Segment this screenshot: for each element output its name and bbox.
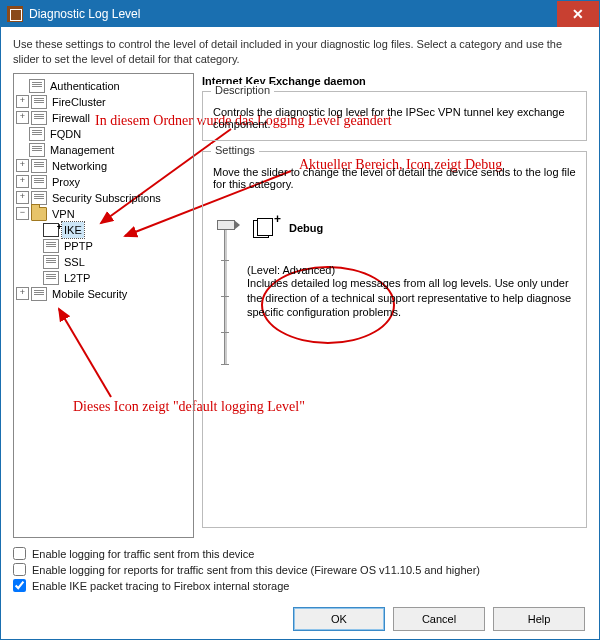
expand-icon[interactable]: + (16, 175, 29, 188)
level-caption: (Level: Advanced) (247, 264, 576, 276)
tree-item[interactable]: +Networking (16, 158, 191, 174)
page-icon (31, 191, 47, 205)
tree-item[interactable]: PPTP (30, 238, 191, 254)
app-icon (7, 6, 23, 22)
check-reports-logging[interactable]: Enable logging for reports for traffic s… (13, 563, 587, 576)
settings-group: Settings Move the slider to change the l… (202, 151, 587, 528)
page-icon (29, 79, 45, 93)
description-legend: Description (211, 84, 274, 96)
folder-icon (31, 207, 47, 221)
check-reports-logging-box[interactable] (13, 563, 26, 576)
tree-item[interactable]: Management (16, 142, 191, 158)
dialog-content: Use these settings to control the level … (1, 27, 599, 639)
tree-item-label: Authentication (48, 78, 122, 94)
close-button[interactable]: ✕ (557, 1, 599, 27)
tree-item[interactable]: SSL (30, 254, 191, 270)
tree-item-label: VPN (50, 206, 77, 222)
page-icon (31, 111, 47, 125)
tree-spacer (30, 240, 41, 251)
page-icon (43, 271, 59, 285)
tree-item-label: SSL (62, 254, 87, 270)
level-description: Includes detailed log messages from all … (247, 276, 576, 321)
debug-level-icon (43, 223, 59, 237)
tree-item-label: IKE (62, 222, 84, 238)
page-icon (43, 239, 59, 253)
tree-item-label: FireCluster (50, 94, 108, 110)
expand-icon[interactable]: + (16, 287, 29, 300)
page-icon (31, 175, 47, 189)
category-tree[interactable]: Authentication+FireCluster+FirewallFQDNM… (13, 73, 194, 538)
tree-item[interactable]: +Security Subscriptions (16, 190, 191, 206)
checkbox-group: Enable logging for traffic sent from thi… (13, 544, 587, 595)
expand-icon[interactable]: + (16, 191, 29, 204)
tree-spacer (30, 224, 41, 235)
detail-panel: Internet Key Exchange daemon Description… (202, 73, 587, 538)
window-title: Diagnostic Log Level (29, 7, 557, 21)
cancel-button[interactable]: Cancel (393, 607, 485, 631)
tree-spacer (16, 128, 27, 139)
settings-legend: Settings (211, 144, 259, 156)
tree-item[interactable]: +FireCluster (16, 94, 191, 110)
page-icon (31, 95, 47, 109)
check-ike-tracing[interactable]: Enable IKE packet tracing to Firebox int… (13, 579, 587, 592)
tree-item-label: PPTP (62, 238, 95, 254)
tree-item-label: Security Subscriptions (50, 190, 163, 206)
description-text: Controls the diagnostic log level for th… (213, 106, 576, 130)
tree-item[interactable]: IKE (30, 222, 191, 238)
button-bar: OK Cancel Help (13, 601, 587, 633)
level-name: Debug (289, 222, 323, 234)
dialog-window: In diesem Ordner wurde das Logging Level… (0, 0, 600, 640)
title-bar: Diagnostic Log Level ✕ (1, 1, 599, 27)
page-icon (43, 255, 59, 269)
tree-item-label: Networking (50, 158, 109, 174)
collapse-icon[interactable]: − (16, 207, 29, 220)
tree-item-label: FQDN (48, 126, 83, 142)
settings-message: Move the slider to change the level of d… (213, 166, 576, 190)
page-icon (29, 143, 45, 157)
page-icon (31, 287, 47, 301)
tree-spacer (16, 144, 27, 155)
tree-item[interactable]: L2TP (30, 270, 191, 286)
tree-item[interactable]: +Mobile Security (16, 286, 191, 302)
tree-item[interactable]: +Firewall (16, 110, 191, 126)
page-icon (29, 127, 45, 141)
tree-item-label: L2TP (62, 270, 92, 286)
tree-item-label: Management (48, 142, 116, 158)
tree-item-label: Firewall (50, 110, 92, 126)
expand-icon[interactable]: + (16, 95, 29, 108)
tree-item[interactable]: +Proxy (16, 174, 191, 190)
debug-icon: + (253, 218, 275, 238)
check-ike-tracing-box[interactable] (13, 579, 26, 592)
page-icon (31, 159, 47, 173)
tree-item[interactable]: Authentication (16, 78, 191, 94)
intro-text: Use these settings to control the level … (13, 37, 587, 67)
tree-item[interactable]: −VPN (16, 206, 191, 222)
check-traffic-logging-box[interactable] (13, 547, 26, 560)
description-group: Description Controls the diagnostic log … (202, 91, 587, 141)
tree-spacer (30, 256, 41, 267)
expand-icon[interactable]: + (16, 159, 29, 172)
tree-item-label: Proxy (50, 174, 82, 190)
tree-spacer (30, 272, 41, 283)
level-indicator: + Debug (253, 218, 576, 238)
close-icon: ✕ (572, 6, 584, 22)
tree-item[interactable]: FQDN (16, 126, 191, 142)
ok-button[interactable]: OK (293, 607, 385, 631)
expand-icon[interactable]: + (16, 111, 29, 124)
main-area: Authentication+FireCluster+FirewallFQDNM… (13, 73, 587, 538)
log-level-slider[interactable] (217, 218, 233, 368)
help-button[interactable]: Help (493, 607, 585, 631)
check-traffic-logging[interactable]: Enable logging for traffic sent from thi… (13, 547, 587, 560)
tree-spacer (16, 80, 27, 91)
tree-item-label: Mobile Security (50, 286, 129, 302)
